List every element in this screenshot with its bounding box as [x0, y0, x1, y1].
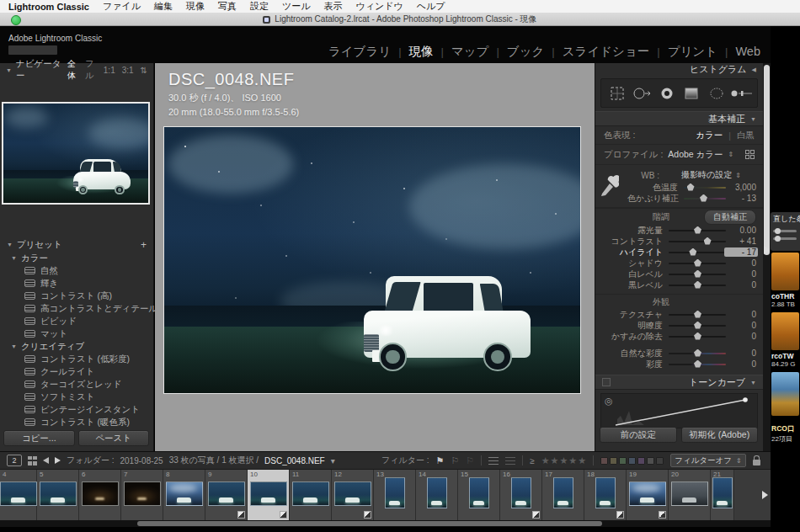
photo[interactable] [163, 126, 581, 394]
navigator-header[interactable]: ▼ ナビゲーター 全体フル1:13:1⇅ [0, 63, 153, 77]
menu-item[interactable]: 設定 [250, 0, 269, 13]
current-filename[interactable]: DSC_0048.NEF [264, 456, 325, 466]
color-label-chip[interactable] [628, 457, 636, 465]
menu-item[interactable]: ファイル [103, 0, 141, 13]
slider-value[interactable]: 0 [726, 258, 756, 268]
photo-thumbnail[interactable] [427, 477, 447, 508]
module-item[interactable]: Web [735, 45, 760, 58]
color-label-chip[interactable] [656, 457, 664, 465]
adjustment-badge-icon[interactable] [616, 511, 624, 519]
photo-thumbnail[interactable] [166, 481, 203, 506]
filmstrip-scroll-arrow-icon[interactable] [762, 491, 768, 499]
edit-status-off-icon[interactable] [505, 457, 515, 465]
folder-date[interactable]: 2019-08-25 [120, 456, 163, 466]
slider-value[interactable]: + 41 [726, 237, 756, 246]
photo-thumbnail[interactable] [553, 477, 573, 508]
filmstrip-cell[interactable]: 15 [458, 470, 500, 520]
adjustment-badge-icon[interactable] [237, 511, 245, 519]
photo-thumbnail[interactable] [511, 477, 531, 508]
create-preset-icon[interactable]: + [141, 239, 147, 251]
photo-thumbnail[interactable] [82, 481, 119, 506]
photo-thumbnail[interactable] [208, 481, 245, 506]
preset-item[interactable]: 輝き [0, 277, 153, 290]
copy-button[interactable]: コピー... [3, 430, 75, 446]
scrollbar-thumb[interactable] [137, 521, 602, 526]
slider-value[interactable]: 3,000 [726, 183, 756, 192]
adjustment-badge-icon[interactable] [532, 511, 540, 519]
crop-tool-icon[interactable] [605, 82, 629, 104]
photo-thumbnail[interactable] [40, 481, 77, 506]
slider-track[interactable] [669, 263, 726, 264]
slider-track[interactable] [669, 364, 726, 365]
wb-value[interactable]: 撮影時の設定 [681, 169, 732, 181]
slider-value[interactable]: 0 [726, 332, 756, 341]
preset-group[interactable]: ▼カラー [0, 252, 153, 264]
photo-thumbnail[interactable] [671, 481, 708, 506]
filmstrip-cell[interactable]: 21 [711, 470, 734, 520]
slider-thumb[interactable] [694, 360, 701, 368]
photo-thumbnail[interactable] [334, 481, 371, 506]
filmstrip-cell[interactable]: 17 [542, 470, 584, 520]
rating-operator[interactable]: ≥ [530, 456, 535, 466]
filmstrip-cell[interactable]: 12 [332, 470, 374, 520]
slider-value[interactable]: 0 [726, 321, 756, 330]
filmstrip-cell[interactable]: 19 [627, 470, 669, 520]
adjustment-brush-tool-icon[interactable] [729, 82, 753, 104]
filmstrip-cell[interactable]: 18 [584, 470, 627, 520]
preset-item[interactable]: コントラスト (高) [0, 290, 153, 302]
slider-value[interactable]: 0 [726, 269, 756, 279]
panel-toggle-icon[interactable] [602, 378, 611, 386]
edit-status-icon[interactable] [488, 457, 499, 465]
slider-thumb[interactable] [694, 270, 701, 278]
photo-thumbnail[interactable] [469, 477, 489, 508]
module-item[interactable]: ブック [507, 44, 545, 60]
slider-value[interactable]: - 17 [724, 247, 758, 257]
auto-tone-button[interactable]: 自動補正 [704, 210, 756, 225]
treatment-bw-option[interactable]: 白黒 [737, 130, 755, 141]
photo-thumbnail[interactable] [0, 481, 37, 506]
filmstrip-scrollbar[interactable] [0, 520, 771, 527]
filmstrip-cell[interactable]: 13 [374, 470, 416, 520]
tone-curve-panel[interactable]: ◎ [600, 393, 758, 428]
presets-header[interactable]: ▼ プリセット + [0, 238, 153, 251]
navigator-zoom-option[interactable]: 全体 [67, 58, 78, 82]
slider-thumb[interactable] [689, 248, 696, 256]
preset-item[interactable]: ソフトミスト [0, 391, 153, 403]
slider-thumb[interactable] [694, 226, 701, 234]
module-item[interactable]: スライドショー [563, 44, 650, 60]
filmstrip-cell[interactable]: 16 [500, 470, 542, 520]
slider-track[interactable] [669, 285, 726, 286]
filmstrip-cell[interactable]: 9 [205, 470, 248, 520]
photo-thumbnail[interactable] [292, 481, 329, 506]
slider-thumb[interactable] [694, 349, 701, 357]
color-label-chip[interactable] [647, 457, 654, 465]
slider-thumb[interactable] [700, 194, 707, 202]
caret-down-icon[interactable]: ▾ [331, 456, 335, 466]
profile-browser-icon[interactable] [745, 150, 755, 159]
slider-track[interactable] [684, 187, 726, 189]
module-item[interactable]: ライブラリ [328, 44, 391, 60]
color-label-chip[interactable] [619, 457, 627, 465]
menu-item[interactable]: ヘルプ [417, 0, 445, 13]
slider-value[interactable]: 0 [726, 348, 756, 358]
preset-item[interactable]: マット [0, 327, 153, 340]
histogram-header[interactable]: ヒストグラム ◀ [595, 63, 763, 76]
slider-value[interactable]: - 13 [726, 194, 756, 203]
slider-track[interactable] [669, 353, 726, 354]
menu-item[interactable]: 表示 [324, 0, 343, 13]
filmstrip-cell[interactable]: 14 [416, 470, 458, 520]
filmstrip-cell[interactable]: 6 [79, 470, 121, 520]
profile-value[interactable]: Adobe カラー [668, 149, 723, 161]
preset-item[interactable]: 自然 [0, 264, 153, 277]
treatment-color-option[interactable]: カラー [696, 130, 723, 141]
slider-value[interactable]: 0 [726, 310, 756, 319]
tone-curve-graph[interactable] [612, 397, 754, 426]
filmstrip-cell[interactable]: 10 [248, 470, 290, 520]
back-arrow-icon[interactable] [43, 457, 49, 464]
preset-item[interactable]: コントラスト (低彩度) [0, 353, 153, 365]
photo-thumbnail[interactable] [595, 477, 616, 508]
slider-thumb[interactable] [694, 322, 701, 329]
paste-button[interactable]: ペースト [78, 430, 150, 446]
slider-value[interactable]: 0 [726, 359, 756, 369]
forward-arrow-icon[interactable] [55, 457, 61, 464]
